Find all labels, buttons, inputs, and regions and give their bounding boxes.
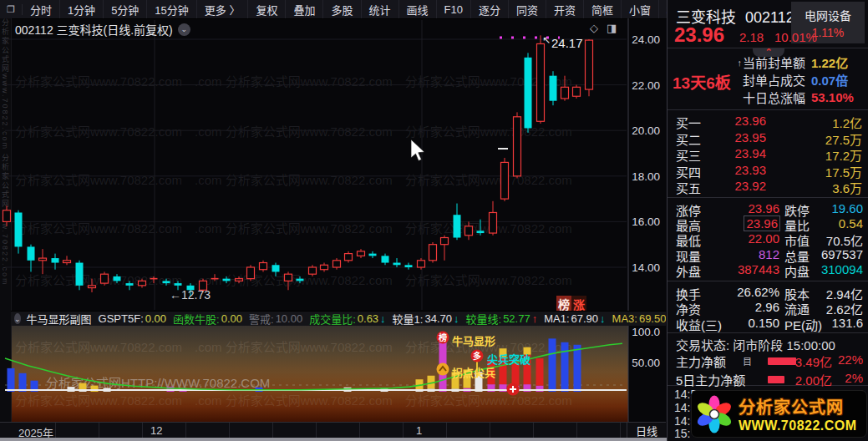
fund-value: 2.96 <box>701 300 779 314</box>
limit-up-badge: 榜 涨 <box>556 296 586 312</box>
flow-label: 5日主力净额 <box>676 371 745 388</box>
time-axis: 日线 2025年121 <box>0 422 666 438</box>
bid-row-3[interactable]: 买三23.9417.2万 <box>667 146 868 162</box>
toolbar-tool-10[interactable]: 小窗 <box>622 0 659 18</box>
toolbar-item-3[interactable]: 15分钟 <box>147 0 196 18</box>
flow-label: 主力净额 <box>676 352 726 370</box>
trend-arrow-icon: ↓ <box>600 312 606 325</box>
stat-value: 1.22亿 <box>805 53 863 71</box>
bid-label: 买四 <box>676 163 701 180</box>
indicator-values: 牛马显形副图GSPT5F:0.00函数牛股:0.00警戒:10.00成交量比:0… <box>27 311 666 326</box>
indicator-field-3: 警戒:10.00 <box>249 311 302 326</box>
indicator-field-6: 较量线:52.77↑ <box>466 311 538 326</box>
bid-price: 23.95 <box>701 130 766 144</box>
candlestick-chart[interactable]: 24.0022.0020.0018.0016.0014.00↖24.17←12.… <box>0 18 666 422</box>
limit-up-badge-char2: 涨 <box>571 296 586 312</box>
fund-label: PE(动) <box>784 316 822 333</box>
quote-value: 812 <box>701 247 779 261</box>
svg-text:牛马显形: 牛马显形 <box>452 335 495 347</box>
svg-text:榜: 榜 <box>439 332 447 342</box>
toolbar-tool-1[interactable]: 叠加 <box>286 0 323 18</box>
indicator-field-label: GSPT5F: <box>99 312 144 325</box>
split-window-icon[interactable]: ❐ <box>0 4 23 15</box>
session-label: 交易状态: <box>676 338 729 352</box>
panel-divider <box>667 48 868 48</box>
indicator-field-label: 成交量比: <box>309 311 356 326</box>
chevron-down-icon[interactable]: ⌄ <box>178 23 190 36</box>
toolbar-item-0[interactable]: 分时 <box>23 0 60 18</box>
bottom-scroll-strip[interactable] <box>0 438 667 441</box>
bid-row-5[interactable]: 买五23.923.6万 <box>667 179 868 195</box>
toolbar-tool-8[interactable]: 开资 <box>546 0 584 18</box>
quote-row-3: 现量812总量697537 <box>667 247 868 262</box>
toolbar-tool-4[interactable]: 画线 <box>399 0 437 18</box>
axis-tick <box>272 423 273 438</box>
toolbar-item-1[interactable]: 1分钟 <box>60 0 104 18</box>
quote-value: 22.00 <box>701 231 779 246</box>
svg-text:18.00: 18.00 <box>632 170 660 183</box>
svg-text:↖: ↖ <box>542 34 551 46</box>
quote-label: 内盘 <box>784 262 810 280</box>
fundamental-row-1: 净资2.96流通2.62亿 <box>667 300 868 315</box>
axis-tick <box>620 423 621 438</box>
pane-icon[interactable]: ◨ <box>607 22 617 34</box>
toolbar-tool-3[interactable]: 统计 <box>362 0 399 18</box>
svg-text:20.00: 20.00 <box>632 124 660 137</box>
bid-row-1[interactable]: 买一23.961.2亿 <box>667 114 868 129</box>
axis-tick <box>576 423 577 438</box>
stat-row-0: ↑当前封单额1.22亿 <box>737 53 863 71</box>
stat-row-1: 封单占成交0.07倍 <box>742 71 863 89</box>
fundamental-row-2: 收益(三)0.150PE(动)131.6 <box>667 316 868 331</box>
axis-tick <box>185 423 186 438</box>
indicator-field-label: 警戒: <box>249 311 274 326</box>
flow-bar <box>768 357 796 365</box>
indicator-field-label: 牛马显形副图 <box>27 311 92 326</box>
toolbar-tool-2[interactable]: 多股 <box>323 0 361 18</box>
bid-label: 买二 <box>676 130 701 148</box>
panel-divider <box>667 281 868 281</box>
price-change: 2.18 <box>739 30 764 44</box>
flow-value: 3.49亿 <box>795 352 832 370</box>
bid-label: 买一 <box>676 114 701 131</box>
indicator-field-value: 69.50 <box>639 312 666 325</box>
toolbar-tool-9[interactable]: 简框 <box>584 0 622 18</box>
chart-corner-icons: ◇ ◨ <box>590 22 617 34</box>
indicator-collapse-icon[interactable]: ⌄ <box>14 313 21 324</box>
bid-label: 买三 <box>676 146 701 164</box>
indicator-field-value: 34.70 <box>424 312 452 325</box>
toolbar-item-2[interactable]: 5分钟 <box>104 0 147 18</box>
quote-value: 19.60 <box>831 201 863 215</box>
toolbar-tool-5[interactable]: F10 <box>437 0 471 18</box>
panel-divider <box>667 109 868 110</box>
flow-value: 2.00亿 <box>795 371 832 388</box>
toolbar-period-group: 分时1分钟5分钟15分钟更多 〉 <box>23 0 249 18</box>
indicator-field-7: MA1:67.90↓ <box>544 311 605 326</box>
bid-row-2[interactable]: 买二23.9527.5万 <box>667 130 868 146</box>
indicator-header: ⌄ 牛马显形副图GSPT5F:0.00函数牛股:0.00警戒:10.00成交量比… <box>11 311 666 326</box>
toolbar-tool-0[interactable]: 复权 <box>248 0 286 18</box>
toolbar-tool-7[interactable]: 同资 <box>509 0 546 18</box>
app-window: ❐ 分时1分钟5分钟15分钟更多 〉 复权叠加多股统计画线F10逐分同资开资简框… <box>0 0 868 441</box>
bid-volume: 3.6万 <box>832 179 862 196</box>
quote-value-text: 23.96 <box>748 201 779 215</box>
axis-label-2: 1 <box>416 424 422 437</box>
toolbar-tool-6[interactable]: 逐分 <box>471 0 509 18</box>
bid-price: 23.93 <box>701 163 766 177</box>
bid-row-4[interactable]: 买四23.9317.5万 <box>667 163 868 179</box>
quote-value: 310094 <box>821 262 863 276</box>
toolbar-item-4[interactable]: 更多 〉 <box>197 0 249 18</box>
indicator-field-label: 较量线: <box>466 311 502 326</box>
flow-pct: 22% <box>838 352 863 367</box>
site-logo[interactable]: 分析家公式网 WWW.70822.COM <box>691 390 867 438</box>
bid-price: 23.96 <box>701 114 766 128</box>
document-icon[interactable]: 目 <box>743 354 752 368</box>
indicator-field-value: 52.77 <box>503 312 530 325</box>
diamond-icon[interactable]: ◇ <box>590 22 598 34</box>
indicator-field-value: 67.90 <box>571 312 599 325</box>
bid-volume: 17.2万 <box>825 146 862 164</box>
stat-label: 封单占成交 <box>743 71 805 89</box>
axis-tick <box>490 423 490 438</box>
logo-url: WWW.70822.COM <box>739 418 857 433</box>
stat-value: 53.10% <box>805 90 863 104</box>
period-label[interactable]: 日线 <box>627 423 666 438</box>
